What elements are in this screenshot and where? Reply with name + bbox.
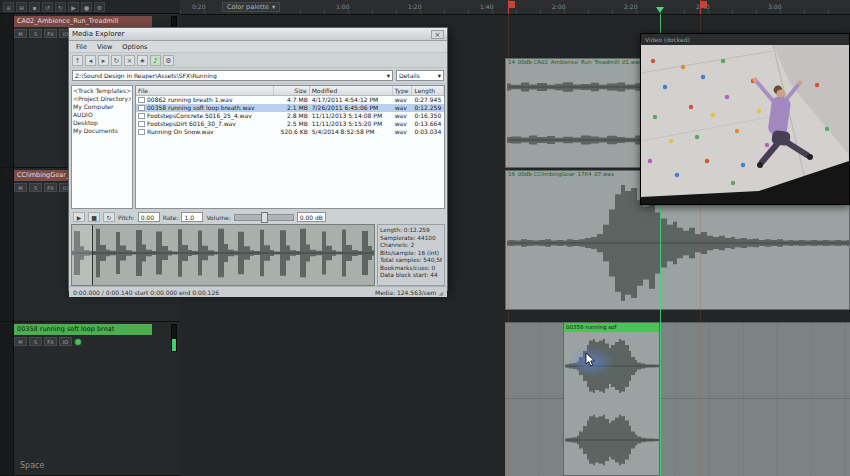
file-length: 0:13.664 bbox=[412, 120, 444, 128]
redo-icon[interactable]: ↻ bbox=[55, 2, 66, 12]
back-icon[interactable]: ◂ bbox=[85, 55, 96, 66]
shortcut-item[interactable]: <Track Templates> bbox=[73, 87, 131, 95]
details-view-select[interactable]: Details ▾ bbox=[396, 70, 444, 81]
close-button[interactable]: × bbox=[431, 30, 444, 39]
climbing-hold bbox=[711, 113, 715, 117]
menu-view[interactable]: View bbox=[92, 43, 117, 51]
track-button-io[interactable]: IO bbox=[59, 337, 72, 346]
menu-options[interactable]: Options bbox=[117, 43, 152, 51]
media-item-running[interactable]: 00358 running sof bbox=[563, 322, 660, 476]
preview-wave-row: Length: 0:12.259Samplerate: 44100Channel… bbox=[69, 224, 447, 286]
pitch-value[interactable]: 0.00 bbox=[138, 212, 160, 222]
waveform-preview[interactable] bbox=[71, 224, 375, 286]
favorites-icon[interactable]: ★ bbox=[137, 55, 148, 66]
pitch-label: Pitch: bbox=[118, 214, 135, 221]
track-name-label[interactable]: CA02_Ambience_Run_Treadmill bbox=[14, 16, 152, 27]
climbing-hold bbox=[815, 83, 819, 87]
track-panel-3[interactable]: ⋮00358 running soft loop breatMSFXIO bbox=[0, 322, 180, 476]
refresh-icon[interactable]: ↻ bbox=[111, 55, 122, 66]
shortcut-item[interactable]: <Project Directory> bbox=[73, 95, 131, 103]
file-row[interactable]: 00358 running soft loop breath.wav2.1 MB… bbox=[136, 104, 444, 112]
shortcut-item[interactable]: My Documents bbox=[73, 127, 131, 135]
autoplay-icon[interactable]: ♪ bbox=[150, 55, 161, 66]
undo-icon[interactable]: ↺ bbox=[42, 2, 53, 12]
volume-slider[interactable] bbox=[234, 214, 294, 221]
grid-icon[interactable]: ⊞ bbox=[16, 2, 27, 12]
ruler-time-label: 2:00 bbox=[552, 3, 565, 10]
track-button-s[interactable]: S bbox=[29, 29, 42, 38]
snap-icon[interactable]: ▪ bbox=[29, 2, 40, 12]
track-name-label[interactable]: 00358 running soft loop breat bbox=[14, 324, 152, 335]
media-explorer-titlebar[interactable]: Media Explorer × bbox=[69, 28, 447, 41]
track-grip[interactable]: ⋮ bbox=[0, 322, 14, 475]
shortcut-item[interactable]: My Computer bbox=[73, 103, 131, 111]
file-list[interactable]: FileSizeModifiedTypeLength 00862 running… bbox=[135, 85, 445, 209]
video-window-titlebar[interactable]: Video (docked) bbox=[641, 34, 849, 45]
shortcut-item[interactable]: AUDIO bbox=[73, 111, 131, 119]
track-button-m[interactable]: M bbox=[14, 183, 27, 192]
delete-icon[interactable]: × bbox=[124, 55, 135, 66]
track-button-m[interactable]: M bbox=[14, 337, 27, 346]
shortcut-item[interactable]: Desktop bbox=[73, 119, 131, 127]
project-marker-1-flag[interactable] bbox=[509, 1, 515, 8]
ruler-time-label: 1:00 bbox=[336, 3, 349, 10]
record-arm-led[interactable] bbox=[74, 338, 82, 346]
track-grip[interactable]: ⋮ bbox=[0, 168, 14, 321]
climbing-hold bbox=[669, 139, 673, 143]
track-button-fx[interactable]: FX bbox=[44, 337, 57, 346]
play-icon[interactable]: ▶ bbox=[68, 2, 79, 12]
options-icon[interactable]: ⚙ bbox=[163, 55, 174, 66]
column-header-file[interactable]: File bbox=[136, 86, 274, 95]
color-palette-label: Color palette bbox=[227, 3, 269, 11]
rate-value[interactable]: 1.0 bbox=[181, 212, 203, 222]
play-button[interactable]: ▶ bbox=[73, 212, 85, 222]
track-lane-running[interactable] bbox=[505, 322, 850, 476]
file-row[interactable]: Running On Snow.wav520.6 KB5/4/2014 8:52… bbox=[136, 128, 444, 136]
timeline-ruler[interactable]: 0:200:401:001:201:402:002:202:403:00 bbox=[180, 0, 850, 15]
color-palette-button[interactable]: Color palette ▾ bbox=[222, 2, 280, 12]
media-explorer-toolbar: ↑◂▸↻×★♪⚙ bbox=[69, 53, 447, 68]
project-marker-2-flag[interactable] bbox=[701, 1, 707, 8]
waveform-running-ch2 bbox=[565, 411, 660, 469]
video-content bbox=[641, 45, 849, 204]
track-buttons: MSFXIO bbox=[14, 337, 82, 346]
climbing-hold bbox=[757, 109, 761, 113]
loop-button[interactable]: ↻ bbox=[103, 212, 115, 222]
file-modified: 5/4/2014 8:52:58 PM bbox=[310, 128, 393, 136]
menu-icon[interactable]: ≡ bbox=[3, 2, 14, 12]
menu-file[interactable]: File bbox=[71, 43, 92, 51]
climbing-hold bbox=[695, 135, 699, 139]
info-line: Samplerate: 44100 bbox=[380, 235, 442, 243]
record-icon[interactable]: ● bbox=[81, 2, 92, 12]
file-row[interactable]: FootstepsConcrete 5016_25_4.wav2.8 MB11/… bbox=[136, 112, 444, 120]
column-header-length[interactable]: Length bbox=[412, 86, 444, 95]
track-button-fx[interactable]: FX bbox=[44, 29, 57, 38]
stop-button[interactable]: ■ bbox=[88, 212, 100, 222]
volume-slider-handle[interactable] bbox=[261, 212, 268, 223]
file-row[interactable]: 00862 running breath 1.wav4.7 MB4/17/201… bbox=[136, 96, 444, 104]
climbing-hold bbox=[648, 159, 652, 163]
track-button-m[interactable]: M bbox=[14, 29, 27, 38]
wav-file-icon bbox=[138, 121, 145, 127]
path-select[interactable]: Z:\Sound Design in Reaper\Assets\SFX\Run… bbox=[72, 70, 393, 81]
selected-item-header[interactable]: 00358 running sof bbox=[564, 323, 659, 332]
column-header-size[interactable]: Size bbox=[274, 86, 310, 95]
column-header-modified[interactable]: Modified bbox=[310, 86, 393, 95]
file-size: 2.5 MB bbox=[274, 120, 310, 128]
item-label: 14_00db CA02_Ambience_Run_Treadmill_01.w… bbox=[508, 59, 642, 65]
column-header-type[interactable]: Type bbox=[393, 86, 413, 95]
track-button-s[interactable]: S bbox=[29, 337, 42, 346]
chevron-down-icon: ▾ bbox=[387, 72, 390, 80]
track-button-fx[interactable]: FX bbox=[44, 183, 57, 192]
settings-icon[interactable]: ⚙ bbox=[94, 2, 105, 12]
file-row[interactable]: FootstepsDirt 6016_30_7.wav2.5 MB11/11/2… bbox=[136, 120, 444, 128]
track-button-s[interactable]: S bbox=[29, 183, 42, 192]
folder-up-icon[interactable]: ↑ bbox=[72, 55, 83, 66]
forward-icon[interactable]: ▸ bbox=[98, 55, 109, 66]
preview-controls: ▶ ■ ↻ Pitch: 0.00 Rate: 1.0 Volume: 0.00… bbox=[69, 210, 447, 224]
space-key-label: Space bbox=[20, 461, 44, 470]
track-grip[interactable]: ⋮ bbox=[0, 14, 14, 167]
resize-grip-icon[interactable]: ◢ bbox=[438, 289, 443, 296]
edit-cursor-handle[interactable] bbox=[656, 7, 664, 13]
volume-value[interactable]: 0.00 dB bbox=[297, 212, 326, 222]
